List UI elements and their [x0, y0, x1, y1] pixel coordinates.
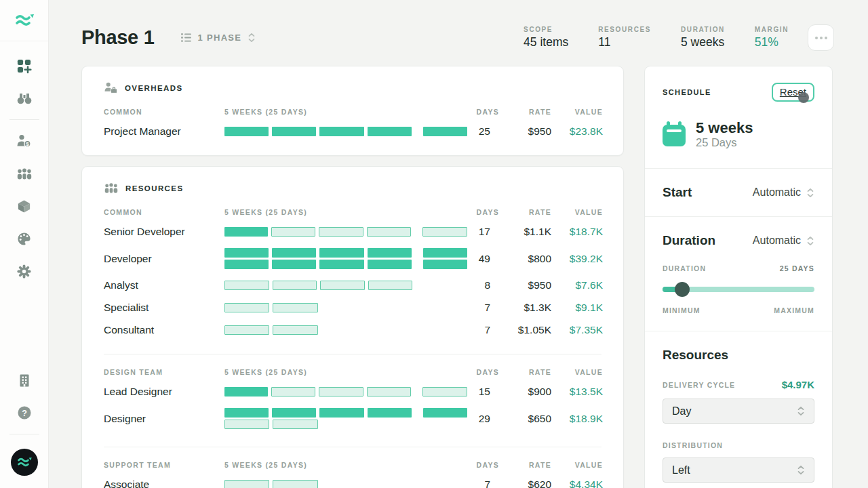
- duration-slider-label: DURATION: [663, 264, 706, 272]
- allocation-bars[interactable]: [224, 227, 467, 237]
- resource-row[interactable]: Developer 49 $800 $39.2K: [104, 248, 601, 269]
- resource-row[interactable]: Lead Designer 15 $900 $13.5K: [104, 386, 601, 398]
- resource-name: Developer: [104, 253, 224, 265]
- resource-rate: $650: [499, 413, 551, 425]
- resource-days: 8: [467, 279, 499, 291]
- resource-value: $4.34K: [551, 479, 603, 488]
- sidebar-item-organization[interactable]: [0, 364, 48, 396]
- app-logo[interactable]: [0, 0, 48, 41]
- resource-name: Analyst: [104, 279, 224, 291]
- stat-resources: RESOURCES 11: [598, 26, 651, 49]
- resource-name: Lead Designer: [104, 386, 224, 398]
- allocation-bars[interactable]: [224, 281, 467, 290]
- group-label: DESIGN TEAM: [104, 368, 224, 376]
- chevron-up-down-icon: [797, 406, 805, 416]
- mouse-cursor: [798, 92, 809, 103]
- start-select[interactable]: Automatic: [753, 186, 814, 199]
- allocation-bars[interactable]: [224, 408, 467, 429]
- sidebar-item-rates[interactable]: $: [0, 125, 48, 157]
- wave-logo-badge-icon: [16, 455, 33, 469]
- cube-icon: [16, 199, 32, 214]
- rate-column-header: RATE: [499, 368, 551, 376]
- stat-margin: MARGIN 51%: [755, 26, 789, 49]
- resource-row[interactable]: Senior Developer 17 $1.1K $18.7K: [104, 226, 601, 238]
- timeline-label: 5 WEEKS (25 DAYS): [224, 368, 467, 376]
- stat-label: RESOURCES: [598, 26, 651, 33]
- duration-slider-value: 25 DAYS: [780, 264, 814, 272]
- allocation-bars[interactable]: [224, 303, 467, 312]
- start-label: Start: [663, 185, 692, 200]
- sidebar-item-scope[interactable]: [0, 49, 48, 82]
- sidebar-item-theme[interactable]: [0, 222, 48, 255]
- duration-label: Duration: [663, 233, 715, 248]
- card-title: RESOURCES: [125, 184, 183, 192]
- resource-days: 15: [467, 386, 499, 398]
- person-dollar-icon: $: [16, 134, 32, 148]
- building-icon: [18, 373, 31, 388]
- allocation-bars[interactable]: [224, 325, 467, 335]
- resource-rate: $1.1K: [499, 226, 551, 238]
- resources-icon: [104, 182, 119, 195]
- resource-row[interactable]: Project Manager 25 $950 $23.8K: [104, 125, 601, 138]
- phase-selector-label: 1 PHASE: [198, 33, 242, 43]
- stat-label: SCOPE: [524, 26, 568, 33]
- phase-selector[interactable]: 1 PHASE: [180, 32, 256, 43]
- wave-logo-icon: [14, 12, 35, 29]
- distribution-selected: Left: [672, 464, 690, 476]
- sidebar-item-discover[interactable]: [0, 82, 48, 115]
- timeline-label: 5 WEEKS (25 DAYS): [224, 108, 467, 116]
- delivery-cycle-label: DELIVERY CYCLE: [663, 381, 735, 389]
- resource-name: Senior Developer: [104, 226, 224, 238]
- allocation-bars[interactable]: [224, 248, 467, 269]
- sidebar-item-settings[interactable]: [0, 255, 48, 287]
- sidebar-item-deliverables[interactable]: [0, 190, 48, 222]
- rate-column-header: RATE: [499, 108, 551, 116]
- list-icon: [180, 32, 192, 43]
- resources-settings-section: Resources DELIVERY CYCLE $4.97K Day DIST…: [645, 331, 832, 488]
- table-header-row: COMMON 5 WEEKS (25 DAYS) DAYS RATE VALUE: [104, 208, 601, 216]
- days-column-header: DAYS: [467, 368, 499, 376]
- resources-heading: Resources: [663, 348, 814, 363]
- distribution-label: DISTRIBUTION: [663, 441, 814, 449]
- sidebar: $: [0, 0, 49, 488]
- value-column-header: VALUE: [551, 461, 603, 469]
- allocation-bars[interactable]: [224, 387, 467, 396]
- value-column-header: VALUE: [551, 108, 603, 116]
- sidebar-item-help[interactable]: ?: [0, 396, 48, 429]
- resource-row[interactable]: Associate 7 $620 $4.34K: [104, 479, 601, 488]
- stat-value: 11: [598, 35, 651, 49]
- resources-common-table: COMMON 5 WEEKS (25 DAYS) DAYS RATE VALUE…: [104, 208, 601, 336]
- duration-slider-handle[interactable]: [675, 282, 690, 297]
- resource-value: $23.8K: [551, 125, 603, 138]
- resource-value: $18.9K: [551, 413, 603, 425]
- resource-row[interactable]: Consultant 7 $1.05K $7.35K: [104, 324, 601, 336]
- delivery-cycle-value: $4.97K: [782, 379, 814, 390]
- tables-column: OVERHEADS COMMON 5 WEEKS (25 DAYS) DAYS …: [81, 66, 624, 488]
- gear-icon: [16, 264, 32, 279]
- allocation-bars[interactable]: [224, 127, 467, 136]
- workspace-avatar[interactable]: [11, 449, 38, 476]
- resource-row[interactable]: Specialist 7 $1.3K $9.1K: [104, 302, 601, 314]
- delivery-cycle-select[interactable]: Day: [663, 399, 814, 424]
- days-column-header: DAYS: [467, 461, 499, 469]
- rate-column-header: RATE: [499, 208, 551, 216]
- card-title: OVERHEADS: [125, 84, 182, 92]
- resource-row[interactable]: Designer 29 $650 $18.9K: [104, 408, 601, 429]
- team-icon: [16, 167, 33, 181]
- page-title: Phase 1: [81, 26, 155, 49]
- group-label: COMMON: [104, 108, 224, 116]
- resource-days: 29: [467, 413, 499, 425]
- resource-name: Consultant: [104, 324, 224, 336]
- duration-slider[interactable]: [663, 282, 814, 297]
- distribution-select[interactable]: Left: [663, 458, 814, 483]
- allocation-bars[interactable]: [224, 480, 467, 488]
- stat-scope: SCOPE 45 items: [524, 26, 568, 49]
- resource-row[interactable]: Analyst 8 $950 $7.6K: [104, 279, 601, 291]
- table-header-row: COMMON 5 WEEKS (25 DAYS) DAYS RATE VALUE: [104, 108, 601, 116]
- duration-select[interactable]: Automatic: [753, 235, 814, 247]
- resource-days: 49: [467, 253, 499, 265]
- svg-text:?: ?: [22, 409, 27, 418]
- more-options-button[interactable]: [808, 24, 834, 51]
- overheads-table: COMMON 5 WEEKS (25 DAYS) DAYS RATE VALUE…: [104, 108, 601, 138]
- sidebar-item-team[interactable]: [0, 157, 48, 190]
